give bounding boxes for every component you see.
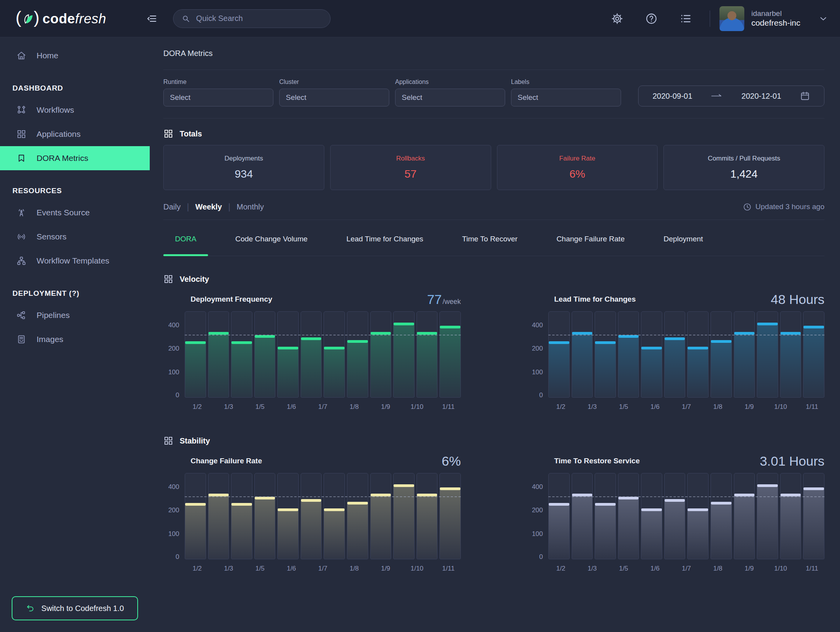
runtime-select[interactable]: Select bbox=[163, 89, 273, 106]
bar[interactable] bbox=[711, 502, 732, 559]
granularity-weekly[interactable]: Weekly bbox=[195, 203, 222, 211]
bar[interactable] bbox=[301, 337, 322, 398]
bar[interactable] bbox=[208, 332, 229, 397]
bar[interactable] bbox=[371, 332, 391, 397]
bar[interactable] bbox=[641, 347, 662, 398]
bar-cap bbox=[757, 323, 778, 325]
bar[interactable] bbox=[417, 494, 438, 559]
sidebar-item-images[interactable]: Images bbox=[0, 327, 150, 351]
bar-cap bbox=[185, 341, 206, 344]
granularity-monthly[interactable]: Monthly bbox=[236, 203, 264, 211]
bar[interactable] bbox=[595, 503, 616, 559]
bar[interactable] bbox=[549, 341, 569, 397]
plot-area bbox=[548, 473, 824, 559]
bar[interactable] bbox=[440, 326, 460, 398]
workflows-icon bbox=[16, 105, 26, 115]
sidebar-item-dora-metrics[interactable]: DORA Metrics bbox=[0, 146, 150, 170]
y-tick-label: 100 bbox=[168, 368, 179, 376]
chevron-down-icon[interactable] bbox=[818, 14, 828, 24]
granularity-daily[interactable]: Daily bbox=[163, 203, 180, 211]
sidebar-item-workflows[interactable]: Workflows bbox=[0, 98, 150, 122]
bar[interactable] bbox=[595, 341, 616, 397]
stat-label: Failure Rate bbox=[559, 155, 595, 162]
bar[interactable] bbox=[278, 508, 298, 559]
x-tick-label: 1/7 bbox=[310, 565, 335, 573]
bar[interactable] bbox=[347, 502, 368, 559]
bar[interactable] bbox=[208, 494, 229, 559]
bar[interactable] bbox=[803, 487, 824, 559]
quick-search[interactable] bbox=[173, 9, 331, 28]
bar[interactable] bbox=[757, 484, 778, 559]
bar-column bbox=[780, 311, 802, 398]
sidebar-item-events-source[interactable]: Events Source bbox=[0, 201, 150, 225]
bar[interactable] bbox=[688, 347, 708, 398]
bar[interactable] bbox=[417, 332, 438, 397]
bar[interactable] bbox=[734, 332, 755, 397]
stat-value: 934 bbox=[235, 168, 253, 180]
bar[interactable] bbox=[572, 494, 593, 559]
sidebar-item-home[interactable]: Home bbox=[0, 44, 150, 68]
bar[interactable] bbox=[278, 347, 298, 398]
cluster-select[interactable]: Select bbox=[279, 89, 389, 106]
tab-time-to-recover[interactable]: Time To Recover bbox=[450, 235, 529, 256]
tab-change-failure-rate[interactable]: Change Failure Rate bbox=[545, 235, 636, 256]
logo-text-code: code bbox=[42, 11, 75, 26]
bar[interactable] bbox=[255, 335, 275, 398]
bar[interactable] bbox=[371, 494, 391, 559]
bar-cap bbox=[665, 499, 685, 502]
bar[interactable] bbox=[231, 341, 252, 397]
settings-gear-icon[interactable] bbox=[600, 12, 634, 25]
sidebar-item-pipelines[interactable]: Pipelines bbox=[0, 303, 150, 327]
bar[interactable] bbox=[440, 487, 460, 559]
sidebar-item-sensors[interactable]: Sensors bbox=[0, 225, 150, 249]
bar[interactable] bbox=[185, 503, 206, 559]
switch-button-label: Switch to Codefresh 1.0 bbox=[41, 604, 124, 613]
bar[interactable] bbox=[780, 332, 801, 397]
bar[interactable] bbox=[572, 332, 593, 397]
user-avatar[interactable] bbox=[719, 6, 744, 31]
sidebar-item-applications[interactable]: Applications bbox=[0, 122, 150, 146]
tab-code-change-volume[interactable]: Code Change Volume bbox=[224, 235, 319, 256]
bar[interactable] bbox=[803, 326, 824, 398]
list-menu-icon[interactable] bbox=[668, 12, 703, 25]
bar[interactable] bbox=[324, 508, 345, 559]
bar[interactable] bbox=[618, 335, 639, 398]
collapse-sidebar-icon[interactable] bbox=[146, 13, 158, 24]
search-input[interactable] bbox=[196, 14, 322, 23]
bar[interactable] bbox=[711, 340, 732, 397]
sidebar-item-workflow-templates[interactable]: Workflow Templates bbox=[0, 249, 150, 273]
bar[interactable] bbox=[301, 499, 322, 559]
user-block[interactable]: idanarbel codefresh-inc bbox=[751, 9, 800, 28]
bar[interactable] bbox=[665, 499, 685, 559]
bar[interactable] bbox=[734, 494, 755, 559]
codefresh-logo[interactable]: ( ) code fresh bbox=[16, 10, 106, 27]
bar[interactable] bbox=[255, 497, 275, 559]
tab-dora[interactable]: DORA bbox=[163, 235, 208, 256]
bar[interactable] bbox=[231, 503, 252, 559]
bar[interactable] bbox=[394, 323, 414, 397]
help-icon[interactable] bbox=[634, 12, 668, 25]
date-range-picker[interactable]: 2020-09-01 2020-12-01 bbox=[638, 86, 824, 106]
bar[interactable] bbox=[780, 494, 801, 559]
bar[interactable] bbox=[665, 337, 685, 398]
bar-cap bbox=[394, 323, 414, 325]
tab-lead-time-for-changes[interactable]: Lead Time for Changes bbox=[335, 235, 435, 256]
bar[interactable] bbox=[394, 484, 414, 559]
bar-column bbox=[710, 473, 732, 559]
bar[interactable] bbox=[185, 341, 206, 397]
tab-deployment[interactable]: Deployment bbox=[652, 235, 714, 256]
bar-cap bbox=[572, 494, 593, 496]
date-start[interactable]: 2020-09-01 bbox=[653, 92, 692, 101]
switch-to-codefresh-1-button[interactable]: Switch to Codefresh 1.0 bbox=[12, 596, 138, 620]
bar[interactable] bbox=[347, 340, 368, 397]
bar[interactable] bbox=[618, 497, 639, 559]
labels-select[interactable]: Select bbox=[511, 89, 621, 106]
bar[interactable] bbox=[688, 508, 708, 559]
bar[interactable] bbox=[549, 503, 569, 559]
bar[interactable] bbox=[324, 347, 345, 398]
date-end[interactable]: 2020-12-01 bbox=[742, 92, 781, 101]
bar[interactable] bbox=[757, 323, 778, 397]
bar[interactable] bbox=[641, 508, 662, 559]
bar-column bbox=[277, 311, 299, 398]
applications-select[interactable]: Select bbox=[395, 89, 505, 106]
